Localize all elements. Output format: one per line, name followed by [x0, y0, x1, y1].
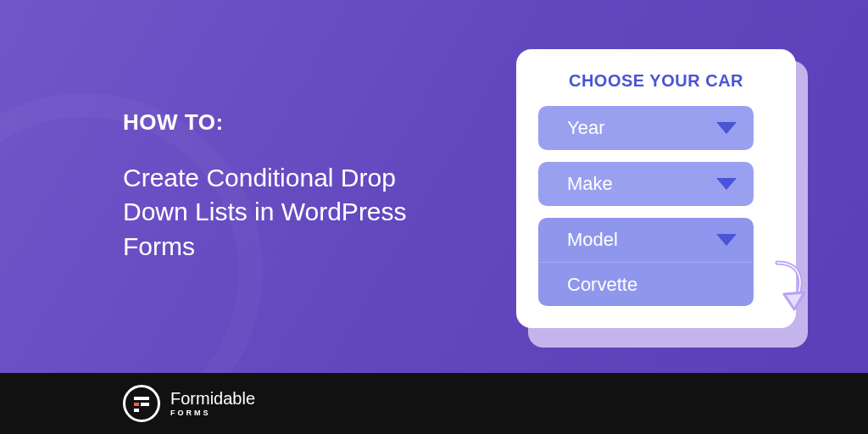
logo-text: Formidable FORMS — [170, 390, 255, 417]
svg-rect-2 — [141, 403, 149, 406]
dropdown-year[interactable]: Year — [538, 106, 754, 150]
dropdown-label: Model — [567, 229, 618, 251]
dropdown-option-corvette[interactable]: Corvette — [538, 262, 754, 306]
form-card: CHOOSE YOUR CAR Year Make Model Corvette — [516, 49, 796, 328]
svg-rect-1 — [134, 403, 139, 406]
brand-name: Formidable — [170, 390, 255, 407]
brand-sub: FORMS — [170, 409, 255, 417]
svg-rect-3 — [134, 409, 139, 412]
brand-logo: Formidable FORMS — [123, 385, 255, 422]
dropdown-label: Year — [567, 117, 604, 139]
hero-banner: HOW TO: Create Conditional Drop Down Lis… — [0, 0, 868, 373]
chevron-down-icon — [716, 122, 737, 134]
logo-mark-icon — [123, 385, 160, 422]
dropdown-model-header[interactable]: Model — [538, 218, 754, 262]
chevron-down-icon — [716, 178, 737, 190]
dropdown-label: Make — [567, 173, 613, 195]
option-label: Corvette — [567, 274, 637, 296]
curved-arrow-icon — [769, 259, 811, 318]
dropdown-make[interactable]: Make — [538, 162, 754, 206]
dropdown-model-group: Model Corvette — [538, 218, 774, 306]
hero-text: HOW TO: Create Conditional Drop Down Lis… — [123, 109, 462, 264]
howto-label: HOW TO: — [123, 109, 462, 136]
svg-rect-0 — [134, 397, 149, 400]
chevron-down-icon — [716, 234, 737, 246]
card-title: CHOOSE YOUR CAR — [538, 71, 774, 91]
footer-bar: Formidable FORMS — [0, 373, 868, 434]
dropdown-model-expanded[interactable]: Model Corvette — [538, 218, 754, 306]
form-card-wrap: CHOOSE YOUR CAR Year Make Model Corvette — [516, 49, 796, 328]
hero-title: Create Conditional Drop Down Lists in Wo… — [123, 161, 462, 264]
